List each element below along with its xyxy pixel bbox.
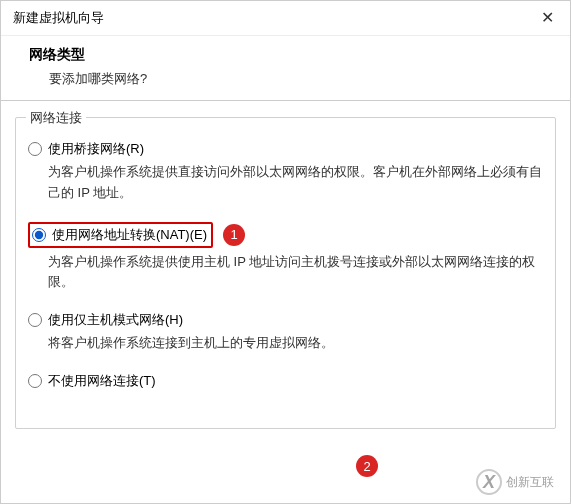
radio-nat[interactable] [32, 228, 46, 242]
radio-label-none[interactable]: 不使用网络连接(T) [48, 372, 156, 390]
radio-row-bridged[interactable]: 使用桥接网络(R) [28, 140, 543, 158]
radio-row-none[interactable]: 不使用网络连接(T) [28, 372, 543, 390]
page-title: 网络类型 [29, 46, 542, 64]
option-none: 不使用网络连接(T) [28, 372, 543, 390]
groupbox-title: 网络连接 [26, 109, 86, 127]
desc-bridged: 为客户机操作系统提供直接访问外部以太网网络的权限。客户机在外部网络上必须有自己的… [48, 162, 543, 204]
radio-label-nat[interactable]: 使用网络地址转换(NAT)(E) [52, 226, 207, 244]
content-area: 网络连接 使用桥接网络(R) 为客户机操作系统提供直接访问外部以太网网络的权限。… [1, 101, 570, 429]
radio-label-bridged[interactable]: 使用桥接网络(R) [48, 140, 144, 158]
desc-hostonly: 将客户机操作系统连接到主机上的专用虚拟网络。 [48, 333, 543, 354]
page-subtitle: 要添加哪类网络? [29, 70, 542, 88]
radio-none[interactable] [28, 374, 42, 388]
dialog-title: 新建虚拟机向导 [13, 9, 104, 27]
option-nat: 使用网络地址转换(NAT)(E) 1 为客户机操作系统提供使用主机 IP 地址访… [28, 222, 543, 294]
annotation-badge-2: 2 [356, 455, 378, 477]
option-bridged: 使用桥接网络(R) 为客户机操作系统提供直接访问外部以太网网络的权限。客户机在外… [28, 140, 543, 204]
radio-label-hostonly[interactable]: 使用仅主机模式网络(H) [48, 311, 183, 329]
titlebar: 新建虚拟机向导 ✕ [1, 1, 570, 36]
highlight-box: 使用网络地址转换(NAT)(E) [28, 222, 213, 248]
watermark: X 创新互联 [476, 469, 554, 495]
close-icon[interactable]: ✕ [537, 10, 558, 26]
radio-bridged[interactable] [28, 142, 42, 156]
radio-row-hostonly[interactable]: 使用仅主机模式网络(H) [28, 311, 543, 329]
radio-hostonly[interactable] [28, 313, 42, 327]
watermark-text: 创新互联 [506, 474, 554, 491]
wizard-dialog: 新建虚拟机向导 ✕ 网络类型 要添加哪类网络? 网络连接 使用桥接网络(R) 为… [0, 0, 571, 504]
annotation-badge-1: 1 [223, 224, 245, 246]
header-section: 网络类型 要添加哪类网络? [1, 36, 570, 100]
option-hostonly: 使用仅主机模式网络(H) 将客户机操作系统连接到主机上的专用虚拟网络。 [28, 311, 543, 354]
desc-nat: 为客户机操作系统提供使用主机 IP 地址访问主机拨号连接或外部以太网网络连接的权… [48, 252, 543, 294]
watermark-icon: X [476, 469, 502, 495]
network-connection-group: 网络连接 使用桥接网络(R) 为客户机操作系统提供直接访问外部以太网网络的权限。… [15, 117, 556, 429]
